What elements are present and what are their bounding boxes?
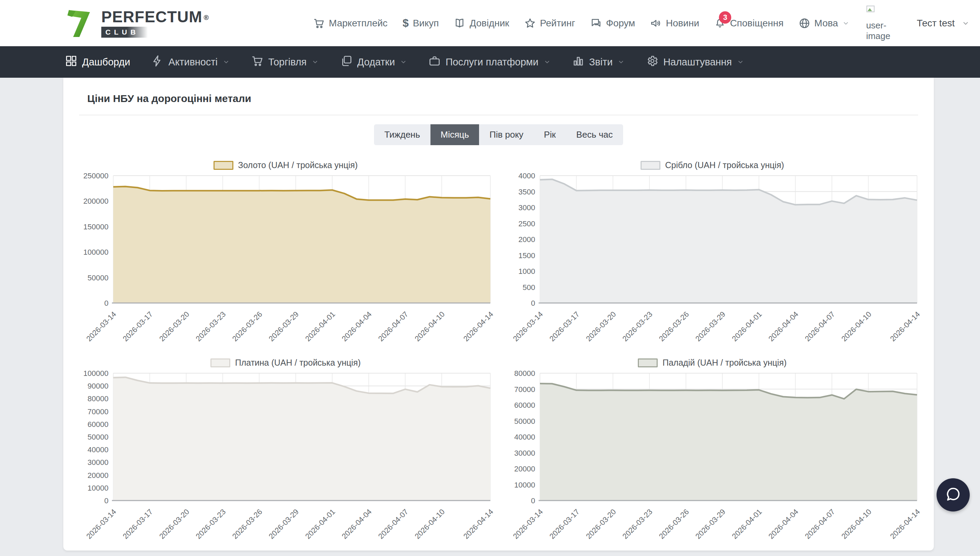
user-avatar-alt-text: user-image bbox=[866, 20, 910, 41]
nav-item-reports[interactable]: Звіти bbox=[572, 55, 625, 70]
top-menu-directory[interactable]: Довідник bbox=[454, 18, 509, 29]
top-menu-rating[interactable]: Рейтинг bbox=[524, 18, 575, 29]
svg-text:3000: 3000 bbox=[518, 204, 535, 212]
title-divider bbox=[79, 115, 918, 115]
svg-text:2026-04-10: 2026-04-10 bbox=[413, 310, 446, 343]
user-menu[interactable]: user-image Тест test bbox=[866, 5, 970, 41]
broken-image-icon bbox=[866, 5, 875, 13]
top-menu-notifications[interactable]: 3Сповіщення bbox=[714, 18, 783, 29]
svg-text:2026-04-10: 2026-04-10 bbox=[840, 508, 873, 541]
chevron-down-icon bbox=[962, 19, 970, 27]
nav-item-platform-services[interactable]: Послуги платформи bbox=[429, 55, 551, 70]
svg-text:4000: 4000 bbox=[518, 171, 535, 180]
top-menu-language[interactable]: Мова bbox=[799, 18, 849, 29]
logo[interactable]: PERFECTUM® CLUB bbox=[65, 7, 209, 39]
svg-text:80000: 80000 bbox=[88, 394, 108, 403]
top-menu-label: Мова bbox=[814, 18, 838, 29]
chat-button[interactable] bbox=[936, 478, 970, 511]
nav-item-label: Додатки bbox=[357, 57, 395, 68]
svg-text:100000: 100000 bbox=[84, 248, 108, 257]
legend-palladium[interactable]: Паладій (UAH / тройська унція) bbox=[506, 358, 919, 368]
top-menu-forum[interactable]: Форум bbox=[590, 18, 635, 29]
nav-item-activities[interactable]: Активності bbox=[151, 55, 230, 70]
svg-text:2026-03-14: 2026-03-14 bbox=[84, 310, 118, 343]
top-menu-label: Маркетплейс bbox=[329, 18, 388, 29]
chevron-down-icon bbox=[222, 58, 230, 66]
gear-icon bbox=[646, 55, 658, 70]
svg-text:2026-04-01: 2026-04-01 bbox=[303, 508, 337, 541]
top-menu-label: Форум bbox=[606, 18, 635, 29]
cart-icon bbox=[251, 55, 263, 70]
svg-text:2026-04-07: 2026-04-07 bbox=[803, 310, 836, 343]
top-menu-buyout[interactable]: $Викуп bbox=[403, 17, 439, 29]
svg-text:250000: 250000 bbox=[84, 171, 108, 180]
chart-palladium: Паладій (UAH / тройська унція)0100002000… bbox=[506, 358, 919, 544]
svg-text:0: 0 bbox=[104, 496, 108, 505]
nav-item-label: Торгівля bbox=[268, 57, 306, 68]
svg-text:2026-03-26: 2026-03-26 bbox=[657, 310, 690, 343]
svg-text:2026-04-04: 2026-04-04 bbox=[340, 310, 373, 343]
range-tab-active[interactable]: Місяць bbox=[430, 124, 479, 145]
svg-text:10000: 10000 bbox=[88, 484, 108, 492]
svg-text:2026-04-14: 2026-04-14 bbox=[462, 310, 495, 343]
range-tab-option[interactable]: Тиждень bbox=[374, 124, 430, 145]
legend-silver[interactable]: Срібло (UAH / тройська унція) bbox=[506, 160, 919, 170]
svg-text:2026-03-20: 2026-03-20 bbox=[158, 508, 191, 541]
nav-item-label: Активності bbox=[168, 57, 218, 68]
legend-gold[interactable]: Золото (UAH / тройська унція) bbox=[79, 160, 492, 170]
svg-text:80000: 80000 bbox=[514, 369, 535, 378]
svg-text:20000: 20000 bbox=[88, 471, 108, 480]
nav-item-apps[interactable]: Додатки bbox=[340, 55, 407, 70]
bell-icon: 3 bbox=[714, 18, 726, 29]
book-icon bbox=[454, 18, 465, 29]
top-menu-news[interactable]: Новини bbox=[650, 18, 699, 29]
chart-plot-silver: 050010001500200025003000350040002026-03-… bbox=[506, 173, 919, 346]
nav-item-label: Налаштування bbox=[663, 57, 732, 68]
svg-text:40000: 40000 bbox=[514, 433, 535, 441]
range-tab-option[interactable]: Рік bbox=[534, 124, 566, 145]
nav-item-settings[interactable]: Налаштування bbox=[646, 55, 744, 70]
nav-item-trade[interactable]: Торгівля bbox=[251, 55, 319, 70]
svg-text:20000: 20000 bbox=[514, 465, 535, 473]
svg-text:2026-04-10: 2026-04-10 bbox=[840, 310, 873, 343]
logo-registered-mark: ® bbox=[204, 14, 209, 21]
user-name: Тест test bbox=[917, 18, 955, 29]
svg-text:2026-04-01: 2026-04-01 bbox=[730, 310, 763, 343]
chart-silver: Срібло (UAH / тройська унція)05001000150… bbox=[506, 160, 919, 346]
briefcase-icon bbox=[429, 55, 441, 70]
svg-text:60000: 60000 bbox=[514, 401, 535, 409]
top-menu-marketplace[interactable]: Маркетплейс bbox=[313, 18, 388, 29]
top-menu-label: Рейтинг bbox=[540, 18, 575, 29]
legend-platinum[interactable]: Платина (UAH / тройська унція) bbox=[79, 358, 492, 368]
svg-text:2500: 2500 bbox=[518, 220, 535, 228]
star-icon bbox=[524, 18, 536, 29]
chart-plot-palladium: 0100002000030000400005000060000700008000… bbox=[506, 370, 919, 544]
top-menu-label: Викуп bbox=[413, 18, 439, 29]
time-range-tabs: ТижденьМісяцьПів рокуРікВесь час bbox=[374, 124, 623, 145]
legend-label: Платина (UAH / тройська унція) bbox=[235, 358, 361, 368]
range-tab-option[interactable]: Весь час bbox=[566, 124, 623, 145]
svg-text:2026-03-23: 2026-03-23 bbox=[621, 310, 654, 343]
svg-text:2026-03-29: 2026-03-29 bbox=[694, 310, 727, 343]
svg-text:2026-03-26: 2026-03-26 bbox=[657, 508, 690, 541]
range-tab-option[interactable]: Пів року bbox=[479, 124, 534, 145]
nav-item-label: Дашборди bbox=[82, 57, 130, 68]
logo-brand: PERFECTUM bbox=[101, 8, 202, 26]
main-navbar: ДашбордиАктивностіТоргівляДодаткиПослуги… bbox=[0, 46, 980, 78]
top-header: PERFECTUM® CLUB Маркетплейс$ВикупДовідни… bbox=[0, 0, 980, 46]
chevron-down-icon bbox=[311, 58, 319, 66]
chat-bubble-icon bbox=[945, 485, 962, 504]
copy-icon bbox=[340, 55, 353, 70]
chevron-down-icon bbox=[737, 58, 744, 66]
svg-text:2026-04-04: 2026-04-04 bbox=[767, 508, 800, 541]
top-menu-label: Сповіщення bbox=[730, 18, 783, 29]
cart-icon bbox=[313, 18, 325, 29]
svg-text:60000: 60000 bbox=[88, 420, 108, 428]
svg-text:2026-04-07: 2026-04-07 bbox=[376, 310, 409, 343]
nav-item-dashboards[interactable]: Дашборди bbox=[65, 55, 130, 70]
user-avatar-broken-image: user-image bbox=[866, 5, 910, 41]
svg-text:2026-04-01: 2026-04-01 bbox=[730, 508, 763, 541]
svg-text:2026-04-07: 2026-04-07 bbox=[803, 508, 836, 541]
svg-text:2026-03-17: 2026-03-17 bbox=[121, 508, 154, 541]
content-card: Ціни НБУ на дорогоцінні метали ТижденьМі… bbox=[63, 78, 934, 551]
